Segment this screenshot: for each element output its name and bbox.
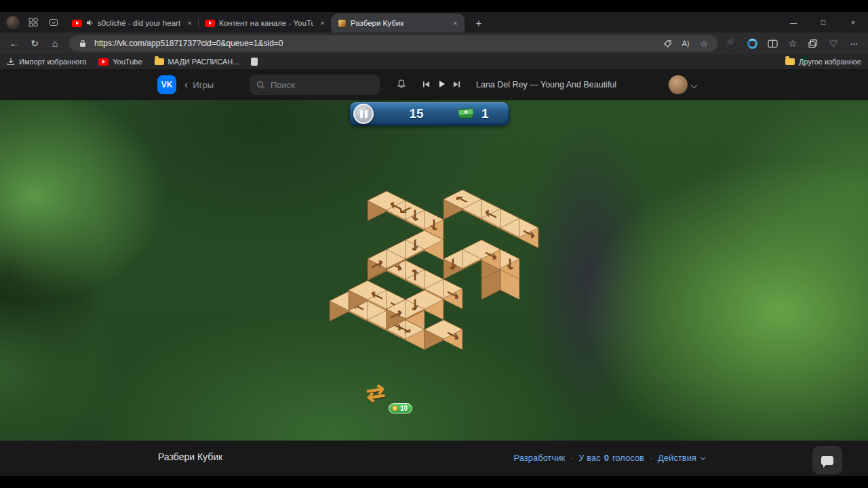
notifications-bell-icon[interactable] <box>396 79 407 92</box>
chevron-left-icon: ‹ <box>184 79 188 91</box>
vk-search-box[interactable] <box>250 75 380 95</box>
user-avatar[interactable] <box>669 75 688 94</box>
previous-track-icon[interactable] <box>422 79 431 92</box>
tab-list: s0cliché - did your heart sta × Контент … <box>66 12 465 33</box>
back-icon[interactable]: ← <box>4 35 24 52</box>
music-player-controls <box>422 79 461 92</box>
now-playing-track[interactable]: Lana Del Rey — Young And Beautiful <box>476 80 616 89</box>
tab-close-icon[interactable]: × <box>184 18 195 28</box>
app-title: Разбери Кубик <box>158 451 222 462</box>
next-track-icon[interactable] <box>452 79 461 92</box>
youtube-favicon <box>205 20 215 27</box>
favorites-icon[interactable]: ☆ <box>783 35 803 52</box>
hint-cost-badge: 10 <box>389 403 412 413</box>
actions-label: Действия <box>658 453 696 463</box>
actions-menu[interactable]: Действия <box>658 453 704 463</box>
svg-text:→: → <box>447 323 459 347</box>
avatar-chevron-down-icon[interactable] <box>691 82 698 89</box>
bookmark-folder-madi[interactable]: МАДИ РАСПИСАН... <box>155 58 239 66</box>
puzzle-cube[interactable]: ←→→→←→←↓↓↓↓→→↑→↓→↓→↓←→← <box>0 100 868 441</box>
bookmark-import-favorites[interactable]: Импорт избранного <box>7 58 86 66</box>
back-label: Игры <box>193 80 214 90</box>
address-bar[interactable]: A) ☆ <box>69 35 717 52</box>
tab-game-active[interactable]: Разбери Кубик × <box>332 14 465 33</box>
tab-close-icon[interactable]: × <box>317 18 328 28</box>
svg-text:←: ← <box>485 202 497 226</box>
minimize-button[interactable]: — <box>778 12 808 33</box>
shopping-tag-icon[interactable] <box>660 37 674 49</box>
refresh-icon[interactable]: ↻ <box>24 35 45 52</box>
vk-page: VK ‹ Игры Lana Del Rey — Young And Beaut… <box>0 69 868 476</box>
folder-icon <box>155 58 164 65</box>
developer-link[interactable]: Разработчик <box>513 453 565 463</box>
home-icon[interactable]: ⌂ <box>45 35 65 52</box>
split-screen-icon[interactable] <box>762 35 783 52</box>
svg-text:→: → <box>447 282 459 306</box>
chat-widget-button[interactable] <box>812 446 842 474</box>
tab-close-icon[interactable]: × <box>450 18 460 28</box>
game-hud: 15 1 <box>349 102 509 126</box>
new-tab-button[interactable]: + <box>470 14 488 31</box>
tab-title: s0cliché - did your heart sta <box>98 19 180 27</box>
votes-count: 0 <box>604 453 609 463</box>
read-aloud-icon[interactable]: A) <box>679 37 692 49</box>
coin-icon <box>392 405 398 411</box>
tab-actions-icon[interactable] <box>47 16 60 29</box>
bookmark-youtube[interactable]: YouTube <box>98 58 142 66</box>
svg-text:→: → <box>523 221 535 245</box>
bookmark-label: YouTube <box>113 58 142 66</box>
money-icon <box>457 107 475 123</box>
money-counter: 1 <box>481 106 489 121</box>
copilot-icon[interactable] <box>742 35 762 52</box>
tab-title: Контент на канале - YouTube St <box>219 19 313 27</box>
bookmark-untitled-page[interactable] <box>251 58 258 66</box>
svg-text:↑: ↑ <box>409 263 421 287</box>
folder-icon <box>785 58 795 65</box>
lock-icon <box>76 37 90 49</box>
close-button[interactable]: × <box>838 12 868 33</box>
vk-header: VK ‹ Игры Lana Del Rey — Young And Beaut… <box>0 69 868 100</box>
browser-profile-avatar[interactable] <box>6 16 20 29</box>
vk-logo[interactable]: VK <box>157 75 176 94</box>
page-icon <box>251 58 258 66</box>
vk-app-footer: Разбери Кубик Разработчик · У вас 0 голо… <box>0 441 868 476</box>
bookmarks-bar: Импорт избранного YouTube МАДИ РАСПИСАН.… <box>0 54 868 69</box>
dot-separator: · <box>650 453 652 463</box>
favorite-star-icon[interactable]: ☆ <box>697 37 711 49</box>
back-to-games-link[interactable]: ‹ Игры <box>184 79 214 91</box>
browser-tab-strip: s0cliché - did your heart sta × Контент … <box>0 12 868 33</box>
game-canvas: ←→→→←→←↓↓↓↓→→↑→↓→↓→↓←→← 15 1 ⇄ 10 <box>0 100 868 441</box>
chevron-down-icon <box>700 454 705 460</box>
bookmark-label: МАДИ РАСПИСАН... <box>168 58 239 66</box>
play-icon[interactable] <box>437 79 446 92</box>
votes-prefix: У вас <box>578 453 600 463</box>
game-favicon <box>338 19 347 28</box>
pause-button[interactable] <box>353 104 374 124</box>
hint-button[interactable]: ⇄ 10 <box>366 380 407 413</box>
dot-separator: · <box>570 453 573 463</box>
search-input[interactable] <box>271 80 373 90</box>
import-icon <box>7 58 15 66</box>
tab-youtube-video[interactable]: s0cliché - did your heart sta × <box>66 14 199 33</box>
bookmark-folder-other[interactable]: Другое избранное <box>785 58 861 66</box>
bookmark-label: Другое избранное <box>799 58 861 66</box>
url-input[interactable] <box>94 39 656 48</box>
workspaces-icon[interactable] <box>26 16 40 29</box>
maximize-button[interactable]: □ <box>808 12 838 33</box>
svg-text:↓: ↓ <box>409 233 421 258</box>
browser-essentials-icon[interactable]: ♡ <box>823 35 844 52</box>
browser-toolbar: ← ↻ ⌂ A) ☆ ☆ ♡ ··· <box>0 33 868 54</box>
collections-icon[interactable] <box>803 35 823 52</box>
votes-link[interactable]: У вас 0 голосов <box>578 453 644 463</box>
youtube-favicon <box>72 20 82 27</box>
votes-suffix: голосов <box>612 453 644 463</box>
tab-youtube-studio[interactable]: Контент на канале - YouTube St × <box>199 14 332 33</box>
extension-orb-icon[interactable] <box>722 35 742 52</box>
tab-audio-icon <box>86 19 94 28</box>
youtube-favicon <box>98 58 108 66</box>
moves-counter: 15 <box>396 106 437 121</box>
hint-count: 10 <box>400 405 408 412</box>
search-icon <box>256 81 265 89</box>
bookmark-label: Импорт избранного <box>19 58 86 66</box>
settings-more-icon[interactable]: ··· <box>844 35 864 52</box>
